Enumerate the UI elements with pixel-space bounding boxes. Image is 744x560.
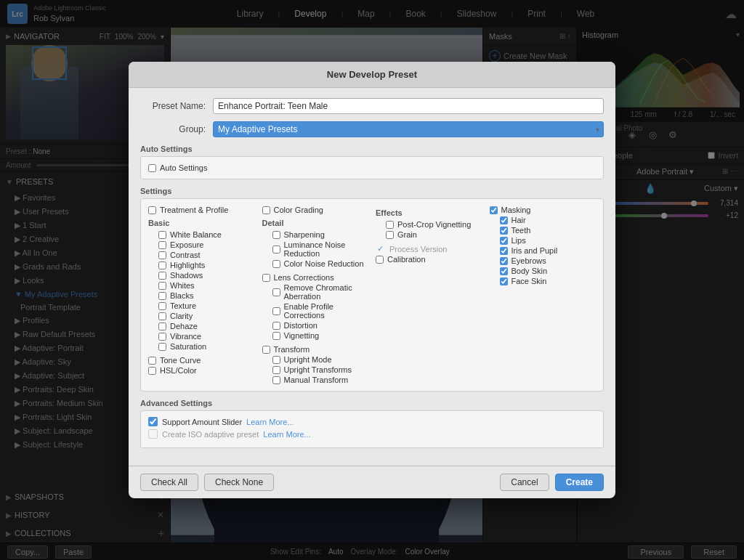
luminance-noise-checkbox[interactable]: [272, 245, 280, 253]
settings-col-3: Effects Post-Crop Vignetting Grain ✓ Pro…: [376, 205, 482, 385]
lens-corrections-checkbox[interactable]: [262, 274, 270, 282]
calibration-checkbox[interactable]: [376, 256, 384, 264]
tone-curve-checkbox[interactable]: [148, 357, 156, 365]
shadows-checkbox[interactable]: [158, 272, 166, 280]
basic-items: White Balance Exposure Contrast Highligh…: [148, 230, 255, 352]
group-row: Group: My Adaptive Presets ▾: [140, 121, 604, 137]
check-none-button[interactable]: Check None: [204, 474, 274, 491]
masking-body-skin-checkbox[interactable]: [500, 267, 508, 275]
process-version-checkmark: ✓: [377, 244, 384, 253]
distortion-checkbox[interactable]: [272, 322, 280, 330]
detail-items: Sharpening Luminance Noise Reduction Col…: [262, 230, 369, 269]
transform-items: Upright Mode Upright Transforms Manual T…: [262, 354, 369, 385]
vibrance-checkbox[interactable]: [158, 333, 166, 341]
auto-settings-label: Auto Settings: [140, 145, 604, 153]
masking-lips-checkbox[interactable]: [500, 237, 508, 245]
exposure-checkbox[interactable]: [158, 241, 166, 249]
auto-settings-checkbox[interactable]: [148, 164, 156, 172]
remove-ca-checkbox[interactable]: [272, 288, 280, 296]
hsl-checkbox[interactable]: [148, 367, 156, 375]
masking-main-label: Masking: [501, 206, 531, 214]
sharpening-checkbox[interactable]: [272, 231, 280, 239]
upright-mode-checkbox[interactable]: [272, 356, 280, 364]
effects-items: Post-Crop Vignetting Grain: [376, 219, 482, 240]
modal-body: Preset Name: Group: My Adaptive Presets …: [129, 88, 615, 466]
modal-footer-left: Check All Check None: [140, 474, 274, 491]
treatment-profile-label: Treatment & Profile: [160, 206, 228, 214]
treatment-profile-checkbox[interactable]: [148, 206, 156, 214]
settings-section: Settings Treatment & Profile Basic White…: [140, 187, 604, 391]
process-version-label: Process Version: [389, 245, 447, 253]
tone-curve-row: Tone Curve: [148, 355, 255, 365]
auto-settings-section: Auto Settings Auto Settings: [140, 145, 604, 179]
whites-checkbox[interactable]: [158, 282, 166, 290]
create-button[interactable]: Create: [555, 474, 604, 491]
dehaze-checkbox[interactable]: [158, 322, 166, 330]
masking-eyebrows-checkbox[interactable]: [500, 257, 508, 265]
masking-teeth-checkbox[interactable]: [500, 227, 508, 235]
blacks-checkbox[interactable]: [158, 292, 166, 300]
group-select-wrapper: My Adaptive Presets ▾: [213, 121, 604, 137]
group-select[interactable]: My Adaptive Presets: [213, 121, 604, 137]
settings-columns: Treatment & Profile Basic White Balance …: [148, 205, 596, 385]
modal-header: New Develop Preset: [129, 62, 615, 88]
learn-more-1-link[interactable]: Learn More...: [246, 418, 294, 426]
modal-footer-right: Cancel Create: [500, 474, 604, 491]
color-grading-checkbox[interactable]: [262, 206, 270, 214]
group-label: Group:: [140, 124, 206, 134]
support-amount-row: Support Amount Slider Learn More...: [148, 417, 596, 426]
modal-title: New Develop Preset: [327, 69, 417, 80]
color-noise-checkbox[interactable]: [272, 260, 280, 268]
settings-box: Treatment & Profile Basic White Balance …: [140, 198, 604, 391]
basic-section-label: Basic: [148, 219, 255, 227]
enable-profile-checkbox[interactable]: [272, 307, 280, 315]
support-amount-checkbox[interactable]: [148, 417, 158, 426]
advanced-settings-section: Advanced Settings Support Amount Slider …: [140, 399, 604, 448]
color-grading-row: Color Grading: [262, 205, 369, 215]
preset-name-input[interactable]: [213, 98, 604, 114]
masking-main-checkbox[interactable]: [490, 206, 498, 214]
grain-checkbox[interactable]: [386, 231, 394, 239]
detail-section-label: Detail: [262, 219, 369, 227]
masking-face-skin-checkbox[interactable]: [500, 277, 508, 285]
lens-items: Remove Chromatic Aberration Enable Profi…: [262, 283, 369, 341]
post-crop-checkbox[interactable]: [386, 221, 394, 229]
transform-checkbox[interactable]: [262, 346, 270, 354]
preset-name-row: Preset Name:: [140, 98, 604, 114]
settings-label: Settings: [140, 187, 604, 195]
advanced-settings-box: Support Amount Slider Learn More... Crea…: [140, 410, 604, 448]
clarity-checkbox[interactable]: [158, 312, 166, 320]
settings-col-2: Color Grading Detail Sharpening Luminanc…: [262, 205, 369, 385]
highlights-checkbox[interactable]: [158, 261, 166, 269]
treatment-profile-row: Treatment & Profile: [148, 205, 255, 215]
support-amount-label: Support Amount Slider: [162, 418, 242, 426]
auto-settings-checkbox-label: Auto Settings: [160, 163, 207, 172]
masking-main-row: Masking: [490, 205, 597, 215]
cancel-button[interactable]: Cancel: [500, 474, 549, 491]
modal-overlay: New Develop Preset Preset Name: Group: M…: [0, 0, 744, 560]
masking-iris-checkbox[interactable]: [500, 247, 508, 255]
masking-hair-checkbox[interactable]: [500, 216, 508, 224]
modal-footer: Check All Check None Cancel Create: [129, 466, 615, 498]
settings-col-1: Treatment & Profile Basic White Balance …: [148, 205, 255, 385]
learn-more-2-link[interactable]: Learn More...: [263, 430, 310, 439]
transform-row: Transform: [262, 344, 369, 354]
upright-transforms-checkbox[interactable]: [272, 366, 280, 374]
effects-section-label: Effects: [376, 208, 482, 217]
texture-checkbox[interactable]: [158, 302, 166, 310]
vignetting-checkbox[interactable]: [272, 332, 280, 340]
auto-settings-box: Auto Settings: [140, 156, 604, 179]
masking-items: Hair Teeth Lips Iris and Pupil Eyebrows …: [490, 215, 597, 286]
calibration-row: Calibration: [376, 254, 482, 264]
new-develop-preset-modal: New Develop Preset Preset Name: Group: M…: [129, 62, 615, 498]
saturation-checkbox[interactable]: [158, 343, 166, 351]
check-all-button[interactable]: Check All: [140, 474, 198, 491]
preset-name-label: Preset Name:: [140, 101, 206, 111]
wb-checkbox[interactable]: [158, 231, 166, 239]
manual-transform-checkbox[interactable]: [272, 376, 280, 384]
advanced-settings-label: Advanced Settings: [140, 399, 604, 407]
hsl-color-row: HSL/Color: [148, 365, 255, 376]
contrast-checkbox[interactable]: [158, 251, 166, 259]
create-iso-checkbox[interactable]: [148, 429, 158, 439]
process-version-row: ✓ Process Version: [376, 243, 482, 254]
